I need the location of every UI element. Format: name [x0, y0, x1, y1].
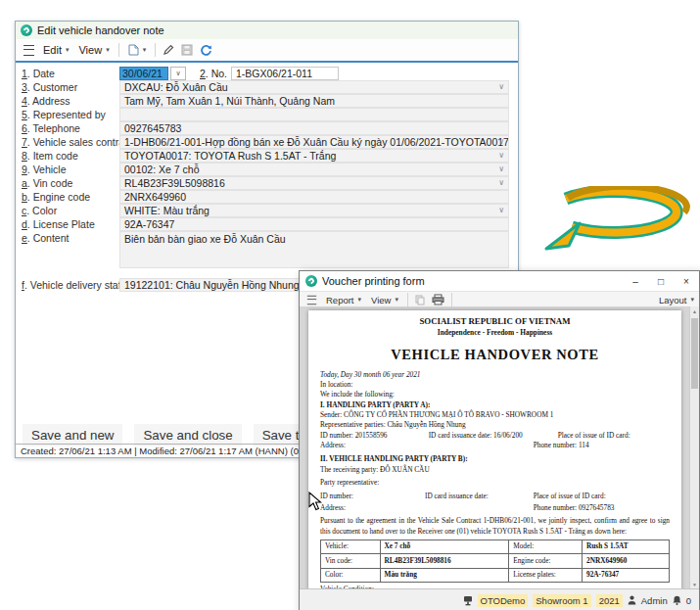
field-key: f: [22, 279, 24, 291]
vehicle-table-row: Color:Màu trắngLicense plates:92A-76347: [321, 568, 670, 582]
toolbar-separator: [155, 43, 156, 57]
document-title: VEHICLE HANDOVER NOTE: [320, 345, 670, 365]
field-label: b. Engine code: [22, 191, 119, 203]
party-a-id-row: ID number: 201558596 ID card issuance da…: [320, 431, 670, 441]
national-header: SOCIALIST REPUBLIC OF VIETNAM: [320, 315, 670, 327]
close-button[interactable]: ×: [674, 271, 699, 291]
field-key: 7: [22, 136, 27, 148]
vehicle-sales-contract-input[interactable]: 1-DHB06/21-001-Hợp đồng bán xe Đỗ Xuân C…: [119, 135, 509, 149]
national-subheader: Independence - Freedom - Happiness: [320, 328, 670, 339]
minimize-button[interactable]: –: [623, 271, 648, 291]
vertical-scrollbar[interactable]: ▲ ▼: [689, 306, 699, 589]
party-a-address-row: Address: Phone number: 114: [320, 441, 670, 450]
vehicle-table-cell: License plates:: [509, 568, 583, 582]
engine-code-input[interactable]: 2NRX649960: [119, 190, 509, 204]
voucher-printing-form-window: Voucher printing form – □ × Report▾View▾…: [299, 270, 700, 610]
maximize-button[interactable]: □: [648, 271, 674, 291]
vehicle-table-cell: 92A-76347: [582, 568, 669, 582]
address-input[interactable]: Tam Mỹ, Tam Xuân 1, Núi Thành, Quảng Nam: [119, 94, 509, 108]
menu-edit[interactable]: Edit▾: [39, 43, 72, 57]
menu-view[interactable]: View▾: [367, 294, 402, 306]
vehicle-info-table: Vehicle:Xe 7 chỗModel:Rush S 1.5ATVin co…: [320, 540, 670, 583]
window1-titlebar[interactable]: Edit vehicle handover note: [16, 22, 518, 39]
no-label: 2. No.: [200, 68, 231, 79]
refresh-button[interactable]: [198, 44, 214, 57]
chevron-down-icon[interactable]: ∨: [498, 151, 504, 160]
chevron-down-icon[interactable]: ∨: [498, 137, 504, 146]
app-icon: [305, 275, 317, 287]
document-preview-area: SOCIALIST REPUBLIC OF VIETNAM Independen…: [300, 306, 699, 589]
vehicle-input[interactable]: 00102: Xe 7 chỗ∨: [119, 163, 509, 176]
form-row: 9. Vehicle00102: Xe 7 chỗ∨: [22, 163, 509, 176]
mouse-cursor: [308, 492, 322, 511]
party-a-id-place: Place of issue of ID card:: [558, 431, 670, 441]
hamburger-menu-icon[interactable]: [304, 295, 319, 305]
refresh-icon: [200, 44, 212, 57]
chevron-down-icon[interactable]: ∨: [498, 206, 504, 214]
vehicle-table-row: Vin code:RL4B23F39L5098816Engine code:2N…: [321, 554, 670, 568]
chevron-down-icon: ▾: [106, 46, 110, 54]
party-b-id-issuance: ID card issuance date:: [425, 492, 534, 501]
field-label: 5. Represented by: [22, 109, 119, 120]
chevron-down-icon[interactable]: ∨: [498, 178, 504, 187]
field-label: e. Content: [22, 231, 119, 244]
item-code-input[interactable]: TOYOTA0017: TOYOTA Rush S 1.5AT - Trắng∨: [119, 149, 509, 163]
date-dropdown-button[interactable]: ∨: [170, 67, 186, 80]
chevron-down-icon[interactable]: ∨: [498, 82, 504, 91]
doc-include-line: We include the following:: [320, 390, 670, 399]
menu-label: Edit: [43, 44, 62, 56]
party-b-representative: Party representative:: [320, 478, 670, 488]
export-button[interactable]: [413, 295, 427, 305]
party-b-id-place: Place of issue of ID card:: [534, 492, 670, 501]
party-b-phone: Phone number: 0927645783: [534, 503, 615, 513]
hamburger-menu-icon[interactable]: [22, 45, 36, 56]
form-row: 4. AddressTam Mỹ, Tam Xuân 1, Núi Thành,…: [22, 94, 509, 108]
party-a-sender: Sender: CÔNG TY CỔ PHẦN THƯƠNG MẠI Ô TÔ …: [320, 410, 670, 420]
window2-titlebar[interactable]: Voucher printing form – □ ×: [300, 271, 699, 291]
menu-view[interactable]: View▾: [74, 43, 113, 57]
party-a-phone: Phone number: 114: [534, 441, 589, 450]
party-a-heading: I. HANDLING PARTY (PARTY A):: [320, 400, 670, 410]
save-disk-icon: [181, 44, 193, 56]
user-icon: [628, 595, 636, 605]
field-label: 3. Customer: [22, 81, 119, 93]
print-button[interactable]: [430, 294, 446, 305]
chevron-down-icon[interactable]: ∨: [498, 164, 504, 173]
date-input[interactable]: 30/06/21: [119, 67, 168, 80]
notification-count: 0: [686, 595, 691, 606]
document-page: SOCIALIST REPUBLIC OF VIETNAM Independen…: [308, 310, 681, 589]
menu-label: Report: [326, 295, 354, 305]
user-name-label[interactable]: Admin: [641, 595, 668, 606]
scroll-up-icon[interactable]: ▲: [690, 306, 699, 316]
content-input[interactable]: Biên bản bàn giao xe Đỗ Xuân Cầu: [119, 231, 509, 268]
bell-icon[interactable]: [673, 595, 681, 605]
layout-dropdown[interactable]: Layout ▾: [659, 295, 694, 305]
field-key: 8: [22, 150, 27, 162]
field-key: 3: [22, 81, 27, 93]
new-document-icon: [128, 44, 139, 56]
chevron-down-icon: ▾: [690, 296, 694, 304]
new-document-button[interactable]: ▾: [124, 43, 151, 57]
window-controls: – □ ×: [623, 271, 699, 291]
field-key: e: [22, 232, 27, 244]
scrollbar-thumb[interactable]: [691, 318, 698, 389]
edit-pencil-button[interactable]: [161, 44, 176, 56]
branch-label[interactable]: Showroom 1: [533, 594, 590, 607]
save-button[interactable]: [179, 44, 195, 56]
app-name-label[interactable]: OTODemo: [478, 594, 529, 607]
form-row: c. ColorWHITE: Màu trắng∨: [22, 204, 509, 217]
menu-report[interactable]: Report▾: [322, 294, 365, 306]
no-input[interactable]: 1-BGX06/21-011: [231, 67, 339, 80]
menu-label: View: [371, 295, 391, 305]
year-label[interactable]: 2021: [596, 594, 623, 607]
doc-date-line: Today, Day 30 month 06 year 2021: [320, 370, 670, 380]
layout-label: Layout: [659, 295, 687, 305]
color-input[interactable]: WHITE: Màu trắng∨: [119, 204, 509, 217]
license-plate-input[interactable]: 92A-76347: [119, 217, 509, 231]
telephone-input[interactable]: 0927645783: [119, 121, 509, 135]
represented-by-input[interactable]: [119, 108, 509, 121]
workspace-icon: [463, 595, 473, 606]
customer-input[interactable]: DXCAU: Đỗ Xuân Cầu∨: [119, 80, 509, 94]
pursuant-paragraph: Pursuant to the agreement in the Vehicle…: [320, 516, 670, 537]
vin-code-input[interactable]: RL4B23F39L5098816∨: [119, 176, 509, 190]
